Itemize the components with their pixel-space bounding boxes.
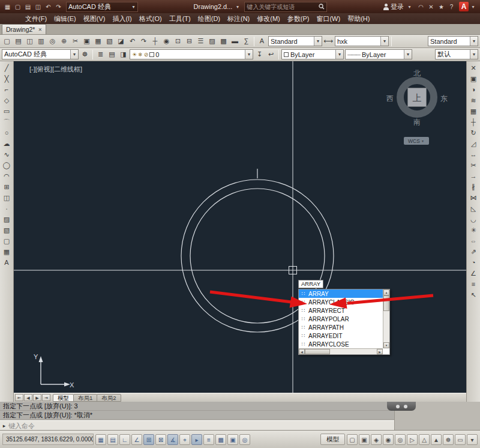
tool-offset-icon[interactable]: ≋ [469,95,479,106]
menu-modify[interactable]: 修改(M) [253,13,284,24]
menu-edit[interactable]: 编辑(E) [50,13,80,24]
steering-wheel-icon[interactable]: ◎ [395,434,406,445]
dim-style-combo[interactable]: hxk ▾ [335,36,389,46]
polar-toggle[interactable]: ∠ [131,434,142,445]
undo-icon[interactable]: ↶ [127,36,137,46]
paste-icon[interactable]: ▦ [93,36,103,46]
transparency-toggle[interactable]: ▩ [215,434,226,445]
menu-insert[interactable]: 插入(I) [109,13,135,24]
menu-help[interactable]: 帮助(H) [344,13,373,24]
layer-combo[interactable]: ☀ ❄ ⊘ 0 ▾ [130,49,253,59]
redo-icon[interactable]: ↷ [54,2,63,11]
tool-polyline-icon[interactable]: ⌐ [2,85,12,95]
tool-hatch-icon[interactable]: ▨ [2,214,12,225]
leader-icon[interactable]: ↖ [469,290,479,300]
tool-palettes-icon[interactable]: ▩ [218,36,229,46]
dynamic-ucs-toggle[interactable]: ⌖ [179,434,190,445]
sign-in-button[interactable]: 登录 ▾ [383,2,413,11]
osnap-tracking-toggle[interactable]: ∡ [167,434,178,445]
tool-rectangle-icon[interactable]: ▭ [2,106,12,117]
communication-center-icon[interactable]: ◠ [416,2,425,11]
table-style-combo[interactable]: Standard ▾ [428,36,478,46]
popup-item-arrayclose[interactable]: ∷ ARRAYCLOSE [299,340,383,348]
drawing-status-pill[interactable] [387,402,416,411]
save-drawing-icon[interactable]: ◫ [34,2,43,11]
workspace-combo[interactable]: AutoCAD 经典 ▾ [66,2,138,12]
layer-states-manager-icon[interactable]: ▤ [107,49,117,59]
app-menu-icon[interactable]: ▦ [3,2,12,11]
tool-trim-icon[interactable]: ✂ [469,160,479,171]
command-input[interactable] [8,422,394,429]
dim-style-icon[interactable]: ⟷ [323,36,334,46]
plot-preview-icon[interactable]: ◎ [47,36,58,46]
scroll-up-icon[interactable]: ▲ [383,289,389,295]
help-icon[interactable]: ? [447,2,456,11]
quick-properties-toggle[interactable]: ▣ [227,434,238,445]
text-style-combo[interactable]: Standard ▾ [268,36,322,46]
command-input-row[interactable]: ▸ [0,420,394,430]
viewport-controls[interactable]: [-][俯视][二维线框] [29,65,82,74]
dim-radius-icon[interactable]: ◔ [469,258,479,268]
model-space-button[interactable]: 模型 [320,434,345,445]
snap-toggle[interactable]: ▦ [95,434,106,445]
compass-east[interactable]: 东 [440,94,448,104]
pan-status-icon[interactable]: ◈ [371,434,382,445]
last-layout-icon[interactable]: ⇥ [42,394,50,401]
tool-ellipse-arc-icon[interactable]: ◠ [2,171,12,181]
tool-ellipse-icon[interactable]: ◯ [2,160,12,171]
layer-previous-icon[interactable]: ↩ [266,49,276,59]
document-tab[interactable]: Drawing2* ✕ [2,24,46,34]
osnap-toggle[interactable]: ⊞ [143,434,154,445]
popup-item-arrayclassic[interactable]: ∷ ARRAYCLASSIC [299,298,383,306]
tool-fillet-icon[interactable]: ◡ [469,214,479,225]
autodesk-logo[interactable]: A ▾ [459,2,477,11]
scroll-right-icon[interactable]: ▶ [377,349,383,354]
3d-osnap-toggle[interactable]: ⊠ [155,434,166,445]
block-editor-icon[interactable]: ◪ [116,36,126,46]
tool-copy-icon[interactable]: ▣ [469,74,479,84]
workspace-switch-combo[interactable]: AutoCAD 经典 ▾ [2,49,79,59]
show-motion-icon[interactable]: ▷ [407,434,418,445]
tool-erase-icon[interactable]: ✕ [469,63,479,73]
selection-cycling-toggle[interactable]: ◎ [239,434,250,445]
tool-create-block-icon[interactable]: ◫ [2,193,12,203]
tool-mtext-icon[interactable]: A [2,258,12,268]
document-title[interactable]: Drawing2.d... ▾ [194,3,242,10]
close-icon[interactable]: ✕ [38,27,42,32]
tool-polygon-icon[interactable]: ◇ [2,95,12,106]
open-icon[interactable]: ▤ [13,36,23,46]
tool-spline-icon[interactable]: ∿ [2,150,12,160]
tool-array-icon[interactable]: ▦ [469,106,479,117]
save-icon[interactable]: ◫ [25,36,35,46]
compass-west[interactable]: 西 [386,94,394,104]
zoom-realtime-icon[interactable]: ◉ [161,36,172,46]
compass-north[interactable]: 北 [391,68,443,79]
compass-south[interactable]: 南 [391,117,443,127]
match-properties-icon[interactable]: ▧ [104,36,115,46]
lineweight-combo[interactable]: 默认 ▾ [435,49,478,59]
dynamic-input-toggle[interactable]: ▸ [191,434,202,445]
text-style-icon[interactable]: A [257,36,267,46]
popup-item-arrayedit[interactable]: ∷ ARRAYEDIT [299,331,383,340]
redo-icon[interactable]: ↷ [139,36,149,46]
zoom-window-icon[interactable]: ⊡ [173,36,183,46]
lineweight-toggle[interactable]: ≡ [203,434,214,445]
quick-view-drawings-icon[interactable]: ▣ [359,434,370,445]
quick-view-layouts-icon[interactable]: ▢ [347,434,358,445]
scroll-thumb[interactable] [305,349,330,354]
menu-dimension[interactable]: 标注(N) [224,13,253,24]
popup-vertical-scrollbar[interactable]: ▲ ▼ [383,289,389,348]
new-drawing-icon[interactable]: ▢ [13,2,22,11]
color-combo[interactable]: ByLayer ▾ [281,49,344,59]
wcs-button[interactable]: WCS ▾ [404,137,429,145]
clean-screen-icon[interactable]: ▭ [455,434,466,445]
tool-mirror-icon[interactable]: ◑ [469,85,479,95]
popup-horizontal-scrollbar[interactable]: ◀ ▶ [299,348,383,354]
sheet-set-manager-icon[interactable]: ▬ [230,36,240,46]
layer-isolate-icon[interactable]: ◨ [118,49,128,59]
tab-layout2[interactable]: 布局2 [97,394,121,402]
tool-break-icon[interactable]: ∦ [469,182,479,192]
tool-gradient-icon[interactable]: ▧ [2,225,12,235]
popup-item-arraypath[interactable]: ∷ ARRAYPATH [299,323,383,331]
tool-arc-icon[interactable]: ⌒ [2,117,12,127]
